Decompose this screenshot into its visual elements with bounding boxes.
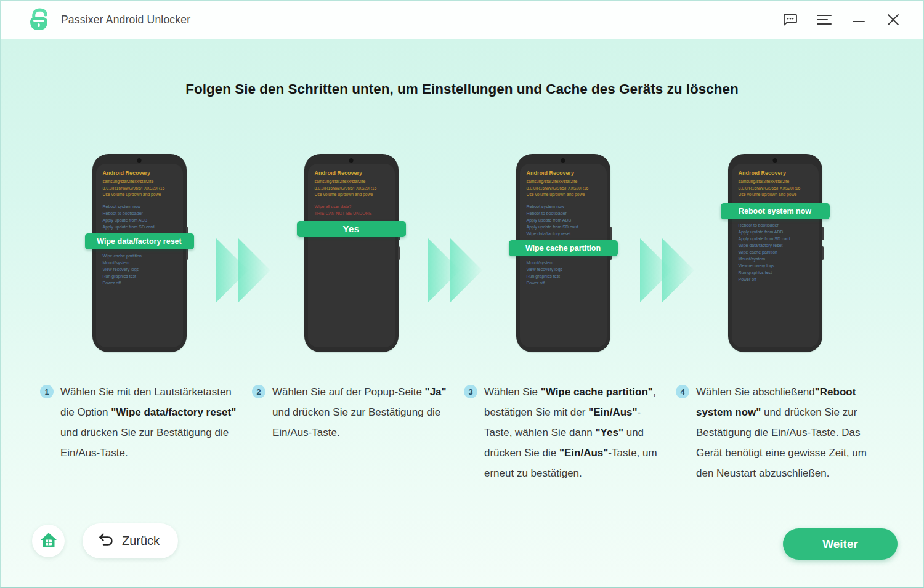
minimize-icon[interactable]: [849, 10, 868, 29]
step-column: Android Recovery samsung/star2ltexx/star…: [457, 154, 669, 483]
step-instruction: 1 Wählen Sie mit den Lautstärketasten di…: [33, 382, 245, 463]
step-text-segment: und drücken Sie zur Bestätigung die Ein/…: [60, 427, 229, 459]
recovery-menu: Reboot to bootloaderApply update from AD…: [739, 222, 812, 283]
recovery-screen: Android Recovery samsung/star2ltexx/star…: [732, 164, 819, 347]
step-number-badge: 2: [252, 385, 265, 398]
recovery-header-line: samsung/star2ltexx/star2lte: [315, 179, 388, 185]
step-instruction: 2 Wählen Sie auf der Popup-Seite "Ja" un…: [245, 382, 457, 443]
close-icon[interactable]: [884, 10, 902, 29]
recovery-title: Android Recovery: [527, 170, 600, 177]
step-text-segment: Wählen Sie: [484, 386, 541, 398]
recovery-header-lines: samsung/star2ltexx/star2lte8.0.0/R16NW/G…: [315, 179, 388, 198]
recovery-menu-item: Reboot system now: [527, 203, 600, 210]
recovery-header-line: Use volume up/down and powe: [527, 191, 600, 198]
phone-side-button: [822, 227, 824, 240]
recovery-header-line: Use volume up/down and powe: [315, 191, 388, 198]
recovery-menu-item: Reboot to bootloader: [527, 210, 600, 217]
step-number-badge: 4: [676, 385, 689, 398]
step-text-segment: Wählen Sie auf der Popup-Seite: [272, 386, 425, 398]
recovery-highlight-button: Wipe cache partition: [509, 240, 618, 256]
step-text-segment: "Wipe data/factory reset": [111, 406, 236, 418]
recovery-highlight-button: Reboot system now: [721, 203, 830, 219]
step-number-badge: 3: [464, 385, 477, 398]
recovery-menu-item: Wipe data/factory reset: [527, 230, 600, 237]
phone-illustration: Android Recovery samsung/star2ltexx/star…: [728, 154, 822, 352]
recovery-menu-item: Apply update from ADB: [739, 228, 812, 235]
app-logo-lock-icon: [25, 6, 52, 33]
recovery-menu-item: Reboot to bootloader: [103, 210, 176, 217]
recovery-menu-item: Mount/system: [527, 259, 600, 266]
recovery-menu-item: Apply update from SD card: [527, 224, 600, 230]
recovery-menu-item: Mount/system: [103, 259, 176, 266]
recovery-menu-item: View recovery logs: [739, 262, 812, 269]
recovery-menu-item: Reboot to bootloader: [739, 222, 812, 228]
back-button[interactable]: Zurück: [83, 523, 178, 558]
step-text-segment: Wählen Sie abschließend: [696, 386, 815, 398]
recovery-header-line: 8.0.0/R16NW/G/965/FXXS20R16: [103, 185, 176, 192]
phone-side-button: [398, 246, 400, 260]
step-text-segment: "Yes": [596, 427, 623, 438]
step-column: Android Recovery samsung/star2ltexx/star…: [669, 154, 881, 483]
recovery-header-line: 8.0.0/R16NW/G/965/FXXS20R16: [315, 185, 388, 192]
recovery-header-line: 8.0.0/R16NW/G/965/FXXS20R16: [527, 185, 600, 192]
double-chevron-right-icon: [216, 238, 270, 302]
recovery-screen: Android Recovery samsung/star2ltexx/star…: [308, 164, 395, 347]
recovery-warning-line: Wipe all user data?: [315, 203, 388, 210]
step-text-segment: "Ein/Aus": [588, 406, 637, 418]
step-text-segment: "Ja": [425, 386, 447, 398]
steps-stage: Android Recovery samsung/star2ltexx/star…: [1, 154, 923, 483]
recovery-menu-item: Apply update from ADB: [103, 217, 176, 224]
main-content: Folgen Sie den Schritten unten, um Einst…: [1, 39, 923, 587]
step-text: Wählen Sie mit den Lautstärketasten die …: [60, 382, 240, 463]
recovery-screen: Android Recovery samsung/star2ltexx/star…: [96, 164, 183, 347]
recovery-highlight-button: Yes: [297, 221, 406, 237]
phone-columns: Android Recovery samsung/star2ltexx/star…: [1, 154, 923, 483]
recovery-menu-item: Wipe cache partition: [739, 249, 812, 256]
recovery-highlight-button: Wipe data/factory reset: [85, 233, 194, 249]
recovery-title: Android Recovery: [103, 170, 176, 177]
phone-illustration: Android Recovery samsung/star2ltexx/star…: [92, 154, 187, 352]
recovery-menu-item: Power off: [739, 276, 812, 283]
recovery-menu-item: Power off: [103, 280, 176, 286]
recovery-header-line: Use volume up/down and powe: [103, 191, 176, 198]
step-column: Android Recovery samsung/star2ltexx/star…: [245, 154, 457, 483]
step-text-segment: und drücken Sie zur Bestätigung die Ein/…: [272, 406, 440, 438]
recovery-menu: Mount/systemView recovery logsRun graphi…: [527, 259, 600, 286]
step-text-segment: "Ein/Aus": [559, 447, 608, 459]
recovery-menu-item: Power off: [527, 280, 600, 286]
recovery-menu-item: Mount/system: [739, 256, 812, 262]
step-column: Android Recovery samsung/star2ltexx/star…: [33, 154, 245, 483]
recovery-header-line: Use volume up/down and powe: [739, 191, 812, 198]
home-icon: [40, 532, 57, 550]
recovery-menu: Reboot system nowReboot to bootloaderApp…: [103, 203, 176, 230]
recovery-menu-item: Apply update from ADB: [527, 217, 600, 224]
app-window: Passixer Android Unlocker: [0, 0, 924, 588]
recovery-menu-item: Apply update from SD card: [103, 224, 176, 230]
step-text: Wählen Sie abschließend"Reboot system no…: [696, 382, 876, 483]
step-text-segment: "Wipe cache partition": [541, 386, 653, 398]
phone-camera-dot: [773, 158, 777, 163]
step-text: Wählen Sie "Wipe cache partition", bestä…: [484, 382, 664, 483]
phone-camera-dot: [561, 158, 565, 163]
recovery-screen: Android Recovery samsung/star2ltexx/star…: [520, 164, 607, 347]
next-button[interactable]: Weiter: [783, 528, 898, 560]
recovery-warning-line: THIS CAN NOT BE UNDONE: [315, 210, 388, 217]
phone-side-button: [822, 246, 824, 260]
recovery-header-lines: samsung/star2ltexx/star2lte8.0.0/R16NW/G…: [739, 179, 812, 198]
recovery-header-line: samsung/star2ltexx/star2lte: [739, 179, 812, 185]
recovery-menu-item: Wipe cache partition: [103, 252, 176, 259]
recovery-menu-item: Reboot system now: [103, 203, 176, 210]
recovery-menu-item: Run graphics test: [739, 269, 812, 276]
app-title: Passixer Android Unlocker: [61, 14, 190, 26]
recovery-menu-item: Run graphics test: [527, 273, 600, 280]
menu-icon[interactable]: [815, 10, 833, 29]
recovery-menu-item: View recovery logs: [103, 266, 176, 273]
phone-side-button: [610, 227, 612, 240]
titlebar-actions: [780, 10, 902, 29]
titlebar: Passixer Android Unlocker: [1, 1, 923, 39]
feedback-icon[interactable]: [780, 10, 799, 29]
phone-camera-dot: [349, 158, 354, 163]
home-button[interactable]: [32, 525, 65, 557]
back-button-label: Zurück: [122, 534, 160, 548]
step-number-badge: 1: [40, 385, 54, 398]
